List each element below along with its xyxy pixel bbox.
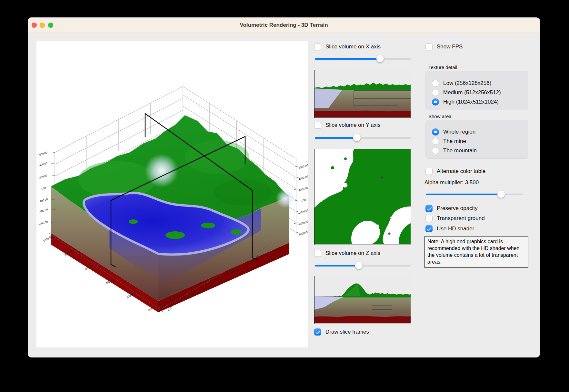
close-button[interactable] (32, 23, 37, 28)
slice-y-slider[interactable] (314, 134, 411, 142)
radio-texture-high[interactable]: High (1024x512x1024) (432, 97, 528, 106)
alternate-color-checkbox[interactable] (425, 168, 433, 175)
draw-slice-frames-checkbox[interactable] (314, 328, 321, 336)
axis-tick-label: -200.00 (38, 197, 48, 204)
axis-tick-label: 200.00 (38, 174, 48, 179)
radio-label: Whole region (443, 129, 475, 135)
app-window: Volumetric Rendering - 3D Terrain (28, 17, 540, 357)
slice-y-preview (314, 149, 411, 245)
axis-tick-label: 0.00 (300, 198, 306, 203)
radio-icon[interactable] (432, 147, 439, 154)
draw-slice-frames-label: Draw slice frames (325, 329, 369, 335)
show-fps-label: Show FPS (437, 44, 463, 50)
preserve-opacity-row: Preserve opacity (425, 205, 478, 212)
texture-detail-group: Low (256x128x256) Medium (512x256x512) H… (425, 71, 528, 110)
alternate-color-row: Alternate color table (425, 167, 485, 175)
minimize-button[interactable] (40, 23, 45, 28)
slice-y-row: Slice volume on Y axis (314, 121, 380, 129)
slice-z-preview-image (314, 276, 411, 323)
show-fps-row: Show FPS (425, 43, 463, 51)
radio-icon[interactable] (432, 98, 439, 106)
alternate-color-label: Alternate color table (437, 168, 485, 175)
slice-z-label: Slice volume on Z axis (325, 250, 380, 256)
draw-slice-frames-row: Draw slice frames (314, 328, 369, 336)
axis-tick-label: -400.00 (38, 208, 48, 214)
show-area-heading: Show area (428, 114, 452, 119)
radio-label: The mine (443, 138, 466, 145)
slider-fill (315, 265, 359, 266)
preserve-opacity-label: Preserve opacity (437, 205, 478, 212)
radio-label: High (1024x512x1024) (443, 99, 499, 105)
slider-fill (315, 137, 357, 139)
radio-label: Low (256x128x256) (443, 80, 491, 86)
axis-tick-label: 0.00 (40, 186, 46, 191)
transparent-ground-row: Transparent ground (425, 215, 485, 222)
show-fps-checkbox[interactable] (425, 43, 433, 50)
slice-x-preview (314, 70, 411, 118)
slice-y-preview-image (314, 149, 411, 244)
radio-icon[interactable] (432, 89, 439, 96)
slider-fill (315, 58, 381, 60)
transparent-ground-label: Transparent ground (437, 215, 485, 222)
hd-shader-checkbox[interactable] (425, 225, 433, 232)
radio-area-the-mine[interactable]: The mine (432, 136, 528, 146)
slider-thumb[interactable] (353, 134, 361, 141)
radio-texture-low[interactable]: Low (256x128x256) (432, 78, 528, 88)
radio-icon[interactable] (432, 80, 439, 87)
slice-z-checkbox[interactable] (314, 250, 321, 257)
slice-x-preview-image (314, 70, 411, 117)
zoom-button[interactable] (48, 23, 53, 28)
radio-area-whole-region[interactable]: Whole region (432, 127, 528, 136)
axis-tick-label: 4000.00 (298, 175, 308, 181)
alpha-multiplier-label: Alpha multiplier: 3.500 (424, 179, 479, 186)
texture-detail-heading: Texture detail (428, 65, 457, 70)
transparent-ground-checkbox[interactable] (425, 215, 433, 222)
slice-z-slider[interactable] (314, 262, 411, 269)
slice-z-preview (314, 276, 411, 324)
axis-tick-label: 600.00 (39, 151, 48, 156)
terrain-block (51, 115, 295, 312)
hd-shader-note: Note: A high end graphics card is recomm… (424, 236, 528, 268)
terrain-3d-view: 600.00 400.00 200.00 0.00 -200.00 -400.0… (36, 41, 308, 347)
slider-thumb[interactable] (497, 190, 505, 198)
radio-area-the-mountain[interactable]: The mountain (432, 146, 528, 155)
slider-fill (426, 194, 502, 195)
radio-icon[interactable] (432, 128, 439, 136)
terrain-3d-viewport[interactable]: 600.00 400.00 200.00 0.00 -200.00 -400.0… (36, 41, 308, 347)
axis-tick-label: 2000.00 (298, 186, 308, 192)
show-area-group: Whole region The mine The mountain (425, 120, 528, 159)
alpha-multiplier-slider[interactable] (425, 190, 524, 198)
hd-shader-row: Use HD shader (425, 225, 474, 233)
axis-tick-label: -2000.00 (298, 208, 308, 215)
preserve-opacity-checkbox[interactable] (425, 205, 433, 212)
radio-icon[interactable] (432, 138, 439, 145)
slice-x-checkbox[interactable] (314, 43, 321, 50)
slice-x-label: Slice volume on X axis (325, 44, 381, 50)
slider-thumb[interactable] (376, 55, 384, 62)
axis-tick-label: -600.00 (38, 220, 48, 226)
radio-label: The mountain (443, 147, 477, 154)
axis-tick-label: 6000.00 (298, 164, 308, 170)
axis-tick-label: 400.00 (39, 161, 48, 167)
slice-z-row: Slice volume on Z axis (314, 249, 380, 257)
slider-thumb[interactable] (355, 262, 363, 269)
hd-shader-label: Use HD shader (437, 226, 474, 232)
slice-y-label: Slice volume on Y axis (325, 122, 380, 128)
slice-y-checkbox[interactable] (314, 122, 321, 129)
axis-tick-label: -6000.00 (298, 230, 308, 236)
slice-x-slider[interactable] (314, 55, 411, 63)
slice-x-row: Slice volume on X axis (314, 43, 381, 51)
radio-texture-medium[interactable]: Medium (512x256x512) (432, 88, 528, 97)
title-bar: Volumetric Rendering - 3D Terrain (28, 17, 540, 33)
axis-tick-label: -4000.00 (298, 220, 308, 226)
window-title: Volumetric Rendering - 3D Terrain (28, 17, 540, 33)
radio-label: Medium (512x256x512) (443, 89, 501, 96)
